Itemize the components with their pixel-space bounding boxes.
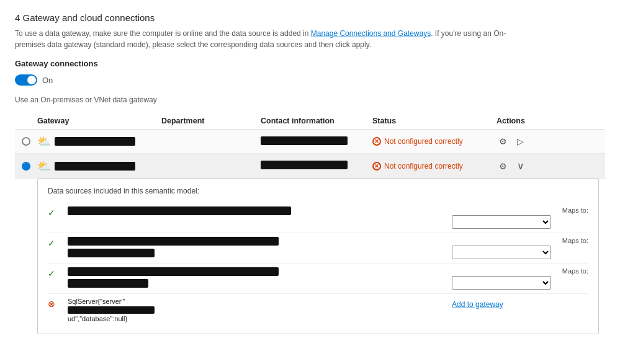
- ds-row-3: ✓ Maps to:: [48, 264, 588, 294]
- col-radio-empty: [15, 117, 37, 125]
- status-cell-2: ✕ Not configured correctly: [372, 162, 496, 171]
- maps-to-label-1: Maps to:: [452, 206, 588, 214]
- description: To use a data gateway, make sure the com…: [15, 28, 524, 50]
- ds-redacted-4: [68, 306, 155, 314]
- title-suffix: and cloud connections: [60, 12, 155, 23]
- ds-maps-1: Maps to:: [452, 206, 588, 229]
- toggle-switch[interactable]: [15, 74, 37, 86]
- ds-check-1: ✓: [48, 208, 63, 218]
- manage-connections-link[interactable]: Manage Connections and Gateways: [311, 29, 431, 38]
- status-text-2: Not configured correctly: [384, 162, 463, 171]
- gateway-name-redacted-2: [55, 162, 135, 171]
- ds-redacted-1: [68, 206, 291, 215]
- ds-name-2: [68, 237, 447, 257]
- table-row-selected: ⛅ ✕ Not configured correctly ⚙ ∨: [15, 154, 605, 179]
- settings-button-1[interactable]: ⚙: [496, 135, 510, 148]
- ds-check-2: ✓: [48, 238, 63, 248]
- actions-cell-1: ⚙ ▷: [496, 135, 571, 148]
- maps-select-2[interactable]: [452, 246, 551, 259]
- chevron-down-button[interactable]: ∨: [514, 159, 527, 173]
- status-icon-2: ✕: [372, 162, 381, 171]
- actions-cell-2: ⚙ ∨: [496, 159, 571, 173]
- col-actions: Actions: [496, 117, 571, 125]
- ds-error-text-line1: SqlServer{"server"': [68, 298, 447, 305]
- toggle-row: On: [15, 74, 605, 86]
- toggle-description: Use an On-premises or VNet data gateway: [15, 95, 605, 104]
- ds-redacted-3a: [68, 267, 279, 276]
- ds-redacted-2a: [68, 237, 279, 246]
- table-header: Gateway Department Contact information S…: [15, 113, 605, 130]
- maps-to-label-3: Maps to:: [452, 267, 588, 275]
- title-prefix: 4 Gateway: [15, 12, 60, 23]
- ds-check-3: ✓: [48, 269, 63, 278]
- ds-error-text-line2: ud","database":null}: [68, 315, 447, 322]
- col-status: Status: [372, 117, 496, 125]
- datasources-title: Data sources included in this semantic m…: [48, 187, 588, 195]
- gateway-cell-2: ⛅: [37, 159, 161, 173]
- maps-select-1[interactable]: [452, 215, 551, 229]
- table-row: ⛅ ✕ Not configured correctly ⚙ ▷: [15, 130, 605, 154]
- gateway-cell-1: ⛅: [37, 135, 161, 148]
- gateway-connections-subsection: Gateway connections On Use an On-premise…: [15, 59, 605, 334]
- ds-add-4: Add to gateway: [452, 298, 588, 309]
- ds-row-4: ⊗ SqlServer{"server"' ud","database":nul…: [48, 294, 588, 326]
- gateway-connections-title: Gateway connections: [15, 59, 605, 68]
- play-button-1[interactable]: ▷: [514, 135, 526, 148]
- radio-col-2: [15, 162, 37, 171]
- ds-maps-2: Maps to:: [452, 237, 588, 259]
- settings-button-2[interactable]: ⚙: [496, 160, 510, 172]
- gateway-icon-1: ⛅: [37, 135, 51, 148]
- ds-name-4: SqlServer{"server"' ud","database":null}: [68, 298, 447, 322]
- status-cell-1: ✕ Not configured correctly: [372, 137, 496, 146]
- col-contact: Contact information: [261, 117, 372, 125]
- add-to-gateway-link[interactable]: Add to gateway: [452, 298, 503, 309]
- contact-cell-2: [261, 161, 372, 171]
- gateway-icon-2: ⛅: [37, 159, 51, 173]
- ds-redacted-3b: [68, 279, 148, 288]
- desc-text-1: To use a data gateway, make sure the com…: [15, 29, 311, 38]
- radio-button-1[interactable]: [22, 137, 30, 146]
- radio-button-2[interactable]: [22, 162, 30, 171]
- col-department: Department: [161, 117, 261, 125]
- ds-row-2: ✓ Maps to:: [48, 233, 588, 264]
- ds-name-1: [68, 206, 447, 215]
- contact-cell-1: [261, 136, 372, 147]
- contact-redacted-1: [261, 136, 348, 145]
- contact-redacted-2: [261, 161, 348, 169]
- maps-to-label-2: Maps to:: [452, 237, 588, 244]
- datasources-panel: Data sources included in this semantic m…: [37, 179, 599, 334]
- col-gateway: Gateway: [37, 117, 161, 125]
- ds-name-3: [68, 267, 447, 288]
- ds-check-error-4: ⊗: [48, 299, 63, 309]
- ds-maps-3: Maps to:: [452, 267, 588, 290]
- gateway-name-redacted-1: [55, 137, 135, 146]
- ds-row-1: ✓ Maps to:: [48, 203, 588, 233]
- toggle-on-label: On: [42, 76, 53, 85]
- status-text-1: Not configured correctly: [384, 137, 463, 146]
- radio-col-1: [15, 137, 37, 146]
- ds-redacted-2b: [68, 249, 155, 257]
- section-title: 4 Gateway and cloud connections: [15, 12, 605, 23]
- maps-select-3[interactable]: [452, 276, 551, 290]
- status-icon-1: ✕: [372, 137, 381, 146]
